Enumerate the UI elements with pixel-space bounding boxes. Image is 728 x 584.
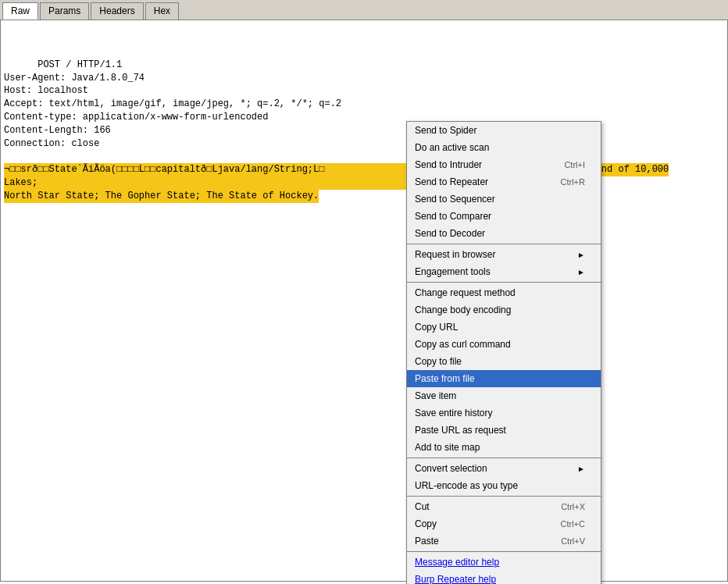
menu-item-shortcut: Ctrl+V <box>561 536 585 546</box>
menu-item-label: Request in browser <box>415 249 495 260</box>
menu-divider-1 <box>407 244 601 244</box>
menu-send-to-intruder[interactable]: Send to Intruder Ctrl+I <box>407 156 601 173</box>
menu-send-to-repeater[interactable]: Send to Repeater Ctrl+R <box>407 173 601 191</box>
menu-copy-to-file[interactable]: Copy to file <box>407 353 601 370</box>
menu-item-label: Paste <box>415 536 439 547</box>
menu-divider-2 <box>407 282 601 283</box>
menu-item-label: Convert selection <box>415 463 487 474</box>
menu-copy-as-curl[interactable]: Copy as curl command <box>407 336 601 353</box>
menu-cut[interactable]: Cut Ctrl+X <box>407 498 601 515</box>
submenu-arrow-icon: ► <box>577 251 585 259</box>
menu-paste[interactable]: Paste Ctrl+V <box>407 532 601 550</box>
menu-request-in-browser[interactable]: Request in browser ► <box>407 246 601 263</box>
menu-divider-3 <box>407 458 601 458</box>
editor-content: POST / HTTP/1.1 User-Agent: Java/1.8.0_7… <box>4 45 724 215</box>
menu-message-editor-help[interactable]: Message editor help <box>407 554 601 571</box>
menu-item-shortcut: Ctrl+R <box>561 177 585 187</box>
context-menu: Send to Spider Do an active scan Send to… <box>406 121 601 584</box>
menu-item-label: Change request method <box>415 287 516 298</box>
menu-item-label: Copy URL <box>415 322 458 333</box>
editor-line-1: POST / HTTP/1.1 User-Agent: Java/1.8.0_7… <box>4 59 341 149</box>
menu-item-label: Save entire history <box>415 408 492 418</box>
menu-item-label: Paste URL as request <box>415 425 506 436</box>
tab-raw[interactable]: Raw <box>2 2 38 20</box>
tab-bar: Raw Params Headers Hex <box>0 0 728 20</box>
highlighted-line-3: North Star State; The Gopher State; The … <box>4 190 319 203</box>
menu-item-label: Copy to file <box>415 356 462 367</box>
submenu-arrow-icon: ► <box>577 465 585 473</box>
highlighted-content-left: ¬□□srð□□State`ÃiÃöa(□□□□L□□capitaltð□Lja… <box>4 163 410 176</box>
menu-save-entire-history[interactable]: Save entire history <box>407 404 601 422</box>
menu-change-request-method[interactable]: Change request method <box>407 284 601 301</box>
menu-send-to-comparer[interactable]: Send to Comparer <box>407 208 601 225</box>
highlighted-line-2: Lakes; <box>4 176 410 190</box>
menu-item-label: Paste from file <box>415 373 475 384</box>
menu-send-to-decoder[interactable]: Send to Decoder <box>407 225 601 242</box>
menu-item-label: Send to Sequencer <box>415 194 495 205</box>
menu-item-label: URL-encode as you type <box>415 480 518 491</box>
menu-item-label: Add to site map <box>415 442 480 453</box>
menu-item-label: Send to Intruder <box>415 159 482 170</box>
tab-hex[interactable]: Hex <box>145 2 179 20</box>
menu-item-shortcut: Ctrl+I <box>564 160 585 169</box>
menu-divider-4 <box>407 496 601 497</box>
menu-item-label: Send to Comparer <box>415 211 491 222</box>
menu-item-label: Send to Decoder <box>415 228 485 239</box>
menu-help-label: Message editor help <box>415 557 499 568</box>
menu-item-shortcut: Ctrl+X <box>561 502 585 511</box>
menu-add-to-site-map[interactable]: Add to site map <box>407 439 601 456</box>
menu-copy[interactable]: Copy Ctrl+C <box>407 515 601 532</box>
tab-headers[interactable]: Headers <box>91 2 143 20</box>
editor-area[interactable]: POST / HTTP/1.1 User-Agent: Java/1.8.0_7… <box>0 20 728 582</box>
menu-paste-from-file[interactable]: Paste from file <box>407 370 601 387</box>
menu-engagement-tools[interactable]: Engagement tools ► <box>407 263 601 280</box>
menu-help-label: Burp Repeater help <box>415 574 496 584</box>
menu-item-label: Send to Spider <box>415 125 476 136</box>
menu-item-label: Save item <box>415 390 456 401</box>
submenu-arrow-icon: ► <box>577 268 585 276</box>
menu-paste-url-as-request[interactable]: Paste URL as request <box>407 422 601 439</box>
menu-item-label: Engagement tools <box>415 266 491 277</box>
menu-item-shortcut: Ctrl+C <box>561 519 585 529</box>
menu-item-label: Copy <box>415 518 437 529</box>
menu-save-item[interactable]: Save item <box>407 387 601 404</box>
menu-item-label: Copy as curl command <box>415 339 511 350</box>
menu-convert-selection[interactable]: Convert selection ► <box>407 460 601 477</box>
main-container: Raw Params Headers Hex POST / HTTP/1.1 U… <box>0 0 728 584</box>
menu-item-label: Do an active scan <box>415 142 489 153</box>
menu-do-active-scan[interactable]: Do an active scan <box>407 139 601 156</box>
menu-send-to-spider[interactable]: Send to Spider <box>407 122 601 139</box>
tab-params[interactable]: Params <box>40 2 89 20</box>
menu-item-label: Send to Repeater <box>415 176 488 187</box>
menu-item-label: Cut <box>415 501 430 512</box>
menu-item-label: Change body encoding <box>415 304 511 315</box>
menu-burp-repeater-help[interactable]: Burp Repeater help <box>407 571 601 584</box>
menu-url-encode-as-you-type[interactable]: URL-encode as you type <box>407 477 601 494</box>
menu-send-to-sequencer[interactable]: Send to Sequencer <box>407 191 601 208</box>
menu-divider-5 <box>407 551 601 552</box>
menu-copy-url[interactable]: Copy URL <box>407 319 601 336</box>
menu-change-body-encoding[interactable]: Change body encoding <box>407 301 601 319</box>
